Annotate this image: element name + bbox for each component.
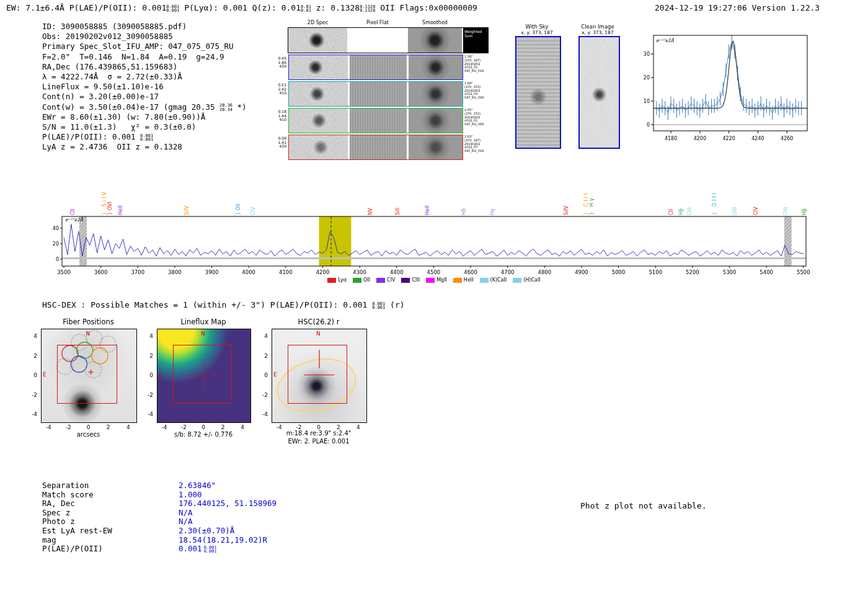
text-segment: HSC-DEX : Possible Matches = 1 (within +…	[42, 300, 372, 309]
x-tick-label: 4900	[575, 269, 588, 275]
y-tick-label: 0	[56, 257, 59, 262]
text-segment: z: 0.1328	[311, 3, 360, 12]
stacked-fraction: 20.3620.34	[219, 104, 232, 112]
annotation-line: 047_RU_039	[464, 123, 489, 127]
match-value-fraction: 0.0010.001	[202, 542, 217, 554]
match-label: P(LAE)/P(OII)	[42, 544, 179, 553]
x-tick-label: 4600	[464, 269, 477, 275]
text-segment: P(LAE)/P(OII): 0.001	[42, 132, 140, 141]
info-line-4: F=2.0" T=0.146 N=1.84 A=0.19 g=24.9	[42, 52, 247, 62]
text-segment: Primary Spec_Slot_IFU_AMP: 047_075_075_R…	[42, 42, 234, 51]
info-line-5: RA,Dec (176.439865,51.159683)	[42, 62, 247, 72]
match-table-row: Photo zN/A	[42, 515, 277, 524]
line-fit-zoom-chart: 418042004220424042600102030e⁻¹⁷x2Å	[639, 29, 815, 148]
x-tick-label: 4200	[694, 136, 706, 141]
x-tick-label: 4800	[538, 269, 552, 275]
x-tick-label: 5500	[797, 269, 810, 275]
fraction-bottom: 0.001	[204, 549, 217, 554]
x-tick-label: -4	[42, 424, 55, 430]
y-tick-label: 4	[26, 333, 37, 339]
y-tick-label: -2	[26, 392, 37, 398]
weighted-sum-label: Weighted Sum	[463, 28, 488, 53]
row-flat-strip	[350, 135, 407, 159]
extraction-aperture	[57, 345, 117, 404]
spectrum-line	[64, 224, 804, 256]
legend-label: OII	[363, 277, 370, 283]
x-tick-label: 3500	[57, 269, 71, 275]
row-annotation: 1.89"(370, 372)20190202v012_03047_RU_039	[464, 82, 489, 100]
clean-image-title: Clean Image	[577, 24, 618, 30]
info-line-7: LineFlux = 9.50(±1.10)e-16	[42, 82, 247, 92]
clean-image	[578, 36, 620, 149]
stacked-fraction: 0.0010.001	[140, 134, 153, 142]
text-segment: Cont(w) = 3.50(±0.04)e-17 (gmag 20.35	[42, 102, 219, 112]
row-2d-blob	[289, 109, 348, 133]
data-line	[657, 42, 802, 113]
y-tick-label: 0	[257, 372, 268, 378]
text-segment: EW: 7.1±6.4Å P(LAE)/P(OII): 0.001	[6, 3, 166, 12]
fraction-bottom: 0.1328	[360, 9, 375, 13]
compass-east: E	[273, 371, 277, 378]
legend-label: HeII	[464, 277, 474, 283]
x-tick-label: 4180	[665, 136, 677, 141]
hsc-caption-1: m:18.4 re:3.9" s:2.4"	[265, 430, 372, 437]
compass-east: E	[159, 371, 162, 378]
hsc-dex-match-line: HSC-DEX : Possible Matches = 1 (within +…	[42, 300, 405, 310]
text-segment: (r)	[385, 300, 404, 309]
info-line-8: Cont(n) = 3.20(±0.00)e-17	[42, 92, 247, 102]
x-tick-label: 5100	[649, 269, 662, 275]
text-segment: EWr = 8.60(±1.30) (w: 7.80(±0.90))Å	[42, 112, 205, 122]
legend-swatch	[376, 278, 385, 283]
x-tick-label: 3900	[205, 269, 219, 275]
x-tick-label: 3600	[94, 269, 108, 275]
compass-north: N	[316, 331, 321, 337]
x-tick-label: 4700	[501, 269, 515, 275]
compass-north: N	[86, 331, 91, 337]
extraction-aperture	[288, 345, 347, 404]
fiber-positions-title: Fiber Positions	[41, 318, 136, 326]
row-2d-strip	[289, 109, 348, 133]
y-tick-label: 20	[644, 75, 650, 81]
full-spectrum-chart: 3500360037003800390040004100420043004400…	[48, 212, 820, 280]
x-tick-label: 4240	[751, 136, 764, 141]
legend-item: OII	[353, 277, 370, 283]
match-table-row: Separation2.63846"	[42, 479, 277, 488]
x-tick-label: 5300	[723, 269, 737, 275]
with-sky-title: With Sky	[515, 24, 559, 30]
row-flat-strip	[350, 82, 407, 106]
x-tick-label: 4000	[242, 269, 255, 275]
match-table-row: mag18.54(18.21,19.02)R	[42, 533, 277, 543]
report-datetime: 2024-12-19 19:27:06 Version 1.22.3	[655, 3, 820, 12]
text-segment: P(Lyα): 0.001 Q(z): 0.01	[179, 3, 301, 12]
compass-east: E	[43, 371, 46, 378]
legend-label: CIII	[412, 277, 420, 283]
clean-image-source-blob	[580, 37, 619, 148]
lineflux-caption: s/b: 8.72 +/- 0.776	[151, 431, 256, 438]
y-tick-label: 40	[53, 226, 59, 231]
x-tick-label: 4	[122, 424, 135, 430]
row-fiber-stats: 0.061.41430	[274, 136, 286, 149]
text-segment: Cont(n) = 3.20(±0.00)e-17	[42, 92, 159, 101]
row-smoothed-strip	[409, 135, 463, 159]
spec2d-row	[288, 55, 463, 80]
y-tick-label: 0	[26, 372, 37, 378]
legend-label: Lyα	[338, 277, 347, 283]
fraction-bottom: 0.001	[166, 9, 179, 13]
info-line-12: P(LAE)/P(OII): 0.001 0.0010.001	[42, 132, 247, 142]
extraction-aperture	[173, 345, 232, 404]
fraction-bottom: 0.01	[301, 9, 311, 13]
x-tick-label: 4300	[353, 269, 366, 275]
legend-swatch	[401, 278, 410, 283]
row-2d-strip	[289, 135, 348, 159]
weighted-flat-strip	[349, 28, 406, 53]
legend-item: MgII	[426, 277, 447, 283]
y-tick-label: 30	[644, 51, 650, 57]
fraction-bottom: 0.001	[372, 306, 385, 310]
x-tick-label: 3800	[168, 269, 182, 275]
legend-label: CIV	[387, 277, 395, 283]
x-tick-label: 0	[312, 424, 325, 430]
annotation-line: 047_RU_019	[464, 69, 489, 73]
x-tick-label: 2	[332, 424, 345, 430]
match-value: 176.440125, 51.158969	[179, 499, 277, 508]
x-tick-label: -2	[62, 424, 74, 430]
